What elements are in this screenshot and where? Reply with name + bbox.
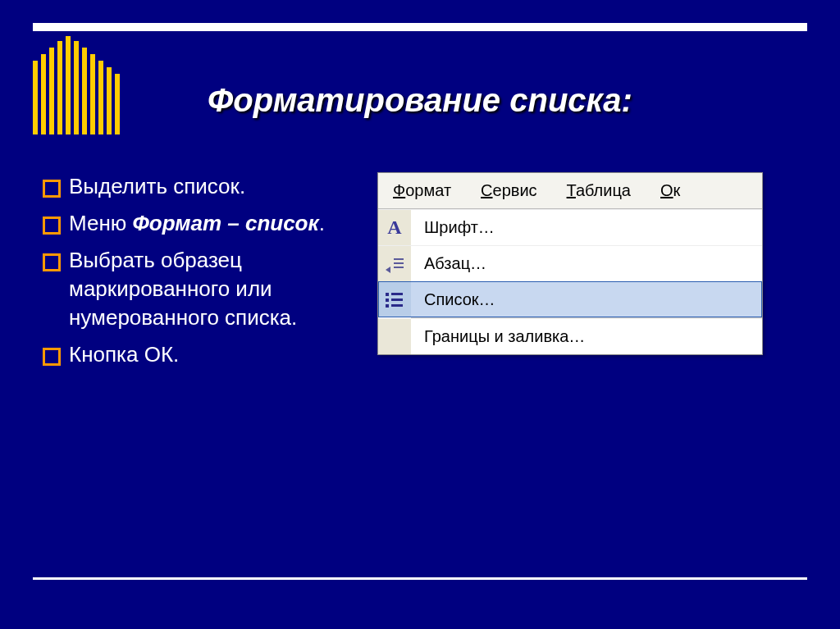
font-icon: A: [387, 217, 401, 239]
menu-service[interactable]: Сервис: [466, 173, 552, 208]
list-item: Меню Формат – список.: [41, 209, 345, 238]
top-divider: [33, 23, 807, 31]
menu-format[interactable]: Формат: [378, 173, 466, 208]
menu-item-list[interactable]: Список…: [378, 281, 762, 317]
format-dropdown: A Шрифт… Абзац…: [378, 209, 762, 354]
menu-item-font[interactable]: A Шрифт…: [378, 209, 762, 245]
menu-item-borders[interactable]: Границы и заливка…: [378, 318, 762, 354]
list-item: Выбрать образец маркированного или нумер…: [41, 246, 345, 332]
list-icon: [386, 293, 404, 308]
list-item: Кнопка ОК.: [41, 340, 345, 369]
menu-window[interactable]: Ок: [646, 173, 695, 208]
list-item: Выделить список.: [41, 172, 345, 201]
paragraph-icon: [386, 257, 404, 271]
slide-title: Форматирование списка:: [0, 82, 840, 119]
menu-table[interactable]: Таблица: [552, 173, 646, 208]
menu-item-paragraph[interactable]: Абзац…: [378, 245, 762, 281]
content-area: Выделить список. Меню Формат – список. В…: [41, 172, 799, 378]
bottom-divider: [33, 577, 807, 580]
menu-screenshot: Формат Сервис Таблица Ок A Шрифт… Абзац…: [377, 172, 763, 378]
bullet-list: Выделить список. Меню Формат – список. В…: [41, 172, 345, 378]
menubar: Формат Сервис Таблица Ок: [378, 173, 762, 209]
